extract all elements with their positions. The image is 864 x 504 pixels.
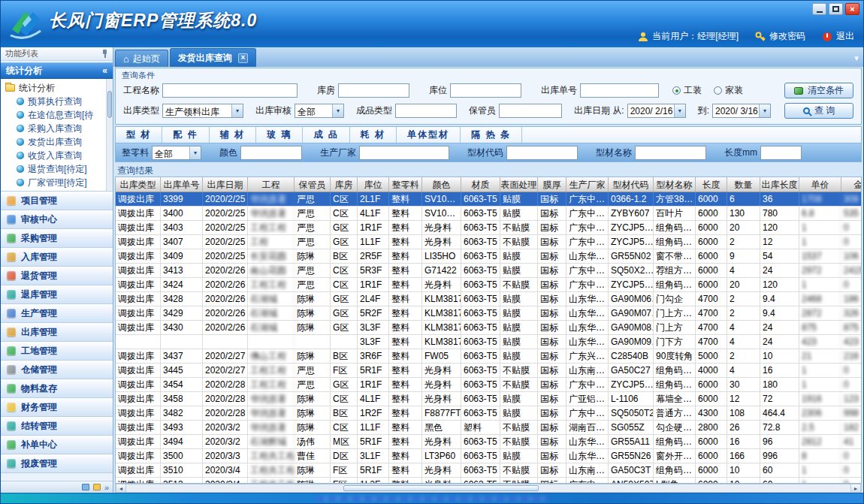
column-header[interactable]: 出库日期	[203, 177, 248, 192]
table-hscrollbar[interactable]: ◂ ▸	[115, 484, 862, 493]
table-row[interactable]: 调拨出库34452020/2/27工程工程严思F区5R1F整料光身料6063-T…	[116, 364, 862, 378]
column-header[interactable]: 出库长度	[760, 177, 799, 192]
tree-scrollbar[interactable]	[106, 79, 113, 191]
column-header[interactable]: 单价	[799, 177, 841, 192]
column-header[interactable]: 型材名称	[654, 177, 696, 192]
collapse-icon[interactable]: «	[102, 65, 107, 76]
sidebar-group-header[interactable]: 统计分析 «	[1, 62, 113, 79]
scroll-track[interactable]	[126, 484, 850, 492]
material-tab[interactable]: 隔 热 条	[461, 127, 522, 143]
date-from-picker[interactable]: 2020/ 2/16 ▾	[627, 104, 686, 118]
tree-item[interactable]: 预算执行查询	[17, 95, 105, 108]
table-row[interactable]: 调拨出库34032020/2/25工程工程严思G区1R1F整料光身料6063-T…	[116, 221, 862, 235]
maximize-button[interactable]	[829, 3, 843, 15]
scroll-right-icon[interactable]: ▸	[850, 484, 861, 492]
sidebar-module[interactable]: 退库管理	[1, 285, 113, 304]
mini-panel-icon[interactable]	[82, 484, 89, 490]
tab-shipping-outbound-query[interactable]: 发货出库查询×	[170, 48, 256, 67]
table-row[interactable]: 调拨出库34002020/2/25华润原著严思C区4L1F整料SV10…6063…	[116, 207, 862, 221]
profile-name-input[interactable]	[635, 146, 706, 160]
column-header[interactable]: 整零料	[389, 177, 422, 192]
column-header[interactable]: 金	[841, 177, 862, 192]
warehouse-input[interactable]	[338, 83, 409, 98]
minimize-button[interactable]	[812, 3, 826, 15]
keeper-input[interactable]	[499, 104, 562, 118]
order-no-input[interactable]	[580, 83, 659, 98]
table-row[interactable]: 调拨出库34372020/2/27佛山工程陈琳B区3R6F整料FW056063-…	[116, 349, 862, 364]
sidebar-module[interactable]: 采购管理	[1, 229, 113, 248]
logout-button[interactable]: 退出	[822, 30, 854, 43]
sidebar-module[interactable]: 仓储管理	[1, 361, 113, 379]
material-tab[interactable]: 成 品	[303, 127, 349, 143]
mini-folder-icon[interactable]	[93, 484, 101, 490]
material-tab[interactable]: 单体型材	[397, 127, 461, 143]
column-header[interactable]: 数量	[727, 177, 760, 192]
column-header[interactable]: 库房	[331, 177, 358, 192]
whole-part-select[interactable]: 全部 ▾	[152, 146, 201, 160]
table-row[interactable]: 调拨出库34542020/2/28工程工程严思G区1R1F整料光身料6063-T…	[116, 378, 862, 392]
table-row[interactable]: 调拨出库34092020/2/25长安花园陈琳B区2R5F整料LI35HO606…	[116, 249, 862, 264]
sidebar-module[interactable]: 报废管理	[1, 454, 113, 473]
table-row[interactable]: 调拨出库34292020/2/26石湖城陈琳G区5R2F整料KLM3817606…	[116, 306, 862, 321]
clear-conditions-button[interactable]: 清空条件	[784, 83, 853, 98]
location-input[interactable]	[450, 83, 521, 98]
tree-item[interactable]: 退货查询[待定]	[17, 162, 105, 176]
sidebar-module[interactable]: 出库管理	[1, 323, 113, 342]
table-row[interactable]: 调拨出库33992020/2/25华润原著严思C区2L1F整料SV10…6063…	[116, 192, 862, 207]
product-type-input[interactable]	[395, 104, 457, 118]
outbound-type-select[interactable]: 生产领料出库 ▾	[162, 104, 243, 118]
sidebar-module[interactable]: 项目管理	[1, 192, 113, 210]
column-header[interactable]: 出库单号	[161, 177, 203, 192]
table-row[interactable]: 调拨出库34132020/2/26南山花园严思C区5R3F整料G71422606…	[116, 264, 862, 278]
material-tab[interactable]: 玻 璃	[256, 127, 303, 143]
workwear-radio[interactable]: 工装	[672, 84, 702, 97]
table-row[interactable]: 调拨出库34282020/2/26石湖城陈琳G区2L4F整料KLM3817606…	[116, 292, 862, 306]
table-row[interactable]: 调拨出库34932020/3/2华润原著陈琳C区1L1F整料黑色塑料不贴膜国标湖…	[116, 421, 862, 435]
column-header[interactable]: 表面处理	[500, 177, 538, 192]
scroll-left-icon[interactable]: ◂	[116, 484, 126, 492]
table-row[interactable]: 调拨出库34072020/2/25工程严思G区1L1F整料光身料6063-T5不…	[116, 235, 862, 249]
material-tab[interactable]: 型 材	[116, 127, 162, 143]
project-name-input[interactable]	[162, 83, 298, 98]
table-row[interactable]: 调拨出库35102020/3/4工程共工程陈琳F区5R1F整料光身料6063-T…	[116, 463, 862, 478]
chevron-down-icon[interactable]: ▾	[850, 53, 863, 67]
manufacturer-input[interactable]	[359, 146, 449, 160]
sidebar-module[interactable]: 审核中心	[1, 210, 113, 229]
scroll-thumb[interactable]	[343, 485, 539, 491]
pin-icon[interactable]	[101, 50, 108, 58]
column-header[interactable]: 库位	[358, 177, 389, 192]
column-header[interactable]: 生产厂家	[566, 177, 609, 192]
change-password-link[interactable]: 修改密码	[755, 30, 805, 43]
table-row[interactable]: 调拨出库35132020/3/4工程共工程陈琳F区1L2F整料光身料6063-T…	[116, 478, 862, 484]
date-to-picker[interactable]: 2020/ 3/16 ▾	[712, 104, 771, 118]
color-input[interactable]	[240, 146, 302, 160]
column-header[interactable]: 出库类型	[116, 177, 161, 192]
table-row[interactable]: 调拨出库34822020/2/28华润原著陈琳B区1R2F整料F8877FT60…	[116, 406, 862, 421]
column-header[interactable]: 保管员	[295, 177, 331, 192]
column-header[interactable]: 长度	[696, 177, 727, 192]
column-header[interactable]: 材质	[461, 177, 500, 192]
table-row[interactable]: 调拨出库34242020/2/26工程工程严思C区1R1F整料光身料6063-T…	[116, 278, 862, 292]
material-tab[interactable]: 耗 材	[350, 127, 397, 143]
material-tab[interactable]: 辅 材	[210, 127, 256, 143]
sidebar-module[interactable]: 物料盘存	[1, 379, 113, 398]
tree-item[interactable]: 在途信息查询[待	[17, 108, 105, 122]
tree-item[interactable]: 收货入库查询	[17, 149, 105, 162]
tree-item[interactable]: 厂家管理[待定]	[17, 176, 105, 189]
sidebar-module[interactable]: 退货管理	[1, 267, 113, 285]
table-row[interactable]: 调拨出库34942020/3/2石湖辉城汤伟M区5R1F整料光身料6063-T5…	[116, 435, 862, 449]
close-icon[interactable]: ×	[238, 53, 248, 63]
tree-scroll-thumb[interactable]	[107, 91, 112, 118]
tree-item[interactable]: 采购入库查询	[17, 122, 105, 135]
overflow-icon[interactable]: »	[104, 483, 109, 492]
table-row[interactable]: 调拨出库35002020/3/3工程共工程曹佳D区3L1F整料LT3P60606…	[116, 449, 862, 463]
sidebar-module[interactable]: 入库管理	[1, 248, 113, 267]
material-tab[interactable]: 配 件	[162, 127, 209, 143]
close-window-button[interactable]: ×	[845, 3, 859, 15]
outbound-audit-select[interactable]: 全部 ▾	[295, 104, 344, 118]
tab-start-page[interactable]: ⌂起始页	[115, 50, 168, 67]
table-row[interactable]: 调拨出库34582020/2/28华润原著陈琳C区4L1F整料光身料6063-T…	[116, 392, 862, 406]
profile-code-input[interactable]	[506, 146, 578, 160]
table-row[interactable]: 3L3F整料KLM38176063-T5贴膜国标山东华…GA90M09…门下方4…	[116, 335, 862, 349]
column-header[interactable]: 膜厚	[538, 177, 566, 192]
